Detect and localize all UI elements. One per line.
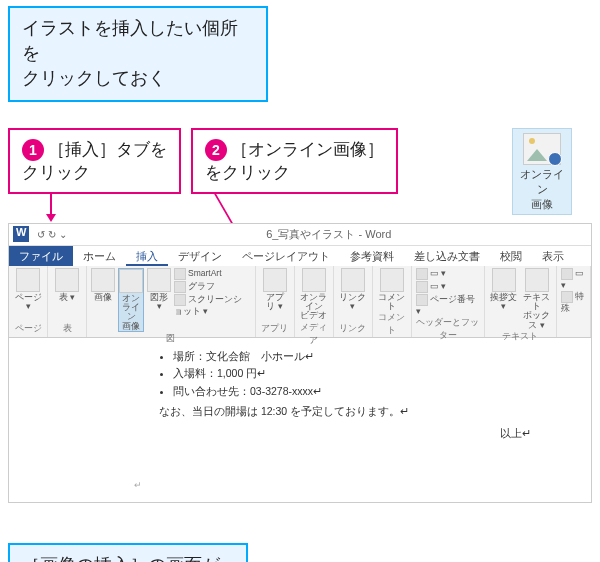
- btn-chart[interactable]: グラフ: [174, 281, 251, 293]
- btn-image[interactable]: 画像: [91, 268, 115, 302]
- tab-design[interactable]: デザイン: [168, 246, 232, 266]
- doc-end: 以上↵: [159, 425, 531, 443]
- ribbon-group-table: 表 ▾ 表: [48, 266, 87, 337]
- btn-page[interactable]: ページ ▾: [13, 268, 43, 312]
- online-image-preview-card: オンライン 画像: [512, 128, 572, 215]
- group-label-link: リンク: [338, 322, 368, 335]
- group-label-app: アプリ: [260, 322, 290, 335]
- title-bar: ↺ ↻ ⌄ 6_写真やイラスト - Word: [9, 224, 591, 246]
- step2-callout: 2［オンライン画像］ をクリック: [191, 128, 398, 195]
- btn-online-image[interactable]: オンライン 画像: [118, 268, 144, 332]
- doc-bullets: 場所：文化会館 小ホール↵ 入場料：1,000 円↵ 問い合わせ先：03-327…: [173, 348, 551, 402]
- group-label-table: 表: [52, 322, 82, 335]
- online-image-icon: [523, 133, 561, 165]
- btn-symbol[interactable]: 特殊: [561, 291, 586, 315]
- ribbon-group-text: 挨拶文 ▾ テキスト ボックス ▾ テキスト: [485, 266, 557, 337]
- sym-stack: ▭ ▾ 特殊: [561, 268, 586, 315]
- group-label-page: ページ: [13, 322, 43, 335]
- word-app-icon: [13, 226, 29, 242]
- word-window: ↺ ↻ ⌄ 6_写真やイラスト - Word ファイル ホーム 挿入 デザイン …: [8, 223, 592, 503]
- btn-online-video[interactable]: オンライン ビデオ: [299, 268, 329, 321]
- ribbon-group-symbols: ▭ ▾ 特殊: [557, 266, 591, 337]
- btn-page-number[interactable]: ページ番号 ▾: [416, 294, 480, 316]
- btn-textbox[interactable]: テキスト ボックス ▾: [522, 268, 552, 330]
- ribbon-group-media: オンライン ビデオ メディア: [295, 266, 334, 337]
- doc-li-fee: 入場料：1,000 円↵: [173, 365, 551, 383]
- ribbon-group-page: ページ ▾ ページ: [9, 266, 48, 337]
- group-label-comment: コメント: [377, 311, 407, 337]
- step1-callout: 1［挿入］タブを クリック: [8, 128, 181, 195]
- btn-header[interactable]: ▭ ▾: [416, 268, 480, 280]
- btn-apps[interactable]: アプ リ ▾: [260, 268, 290, 312]
- ribbon-group-illustrations: 画像 オンライン 画像 図形 ▾ SmartArt グラフ スクリーンショット …: [87, 266, 256, 337]
- illust-stack: SmartArt グラフ スクリーンショット ▾: [174, 268, 251, 319]
- online-image-preview-label: オンライン 画像: [520, 168, 564, 210]
- ribbon-group-apps: アプ リ ▾ アプリ: [256, 266, 295, 337]
- tab-review[interactable]: 校閲: [490, 246, 532, 266]
- btn-equation[interactable]: ▭ ▾: [561, 268, 586, 290]
- doc-li-place: 場所：文化会館 小ホール↵: [173, 348, 551, 366]
- ribbon-group-link: リンク ▾ リンク: [334, 266, 373, 337]
- note-click-location: イラストを挿入したい個所を クリックしておく: [8, 6, 268, 102]
- step2-text: ［オンライン画像］ をクリック: [205, 140, 384, 183]
- ribbon-group-comment: コメント コメント: [373, 266, 412, 337]
- tab-file[interactable]: ファイル: [9, 246, 73, 266]
- btn-link[interactable]: リンク ▾: [338, 268, 368, 312]
- btn-footer[interactable]: ▭ ▾: [416, 281, 480, 293]
- tab-page-layout[interactable]: ページレイアウト: [232, 246, 340, 266]
- ribbon-tabs: ファイル ホーム 挿入 デザイン ページレイアウト 参考資料 差し込み文書 校閲…: [9, 246, 591, 266]
- cursor-position-mark: ↵: [134, 478, 142, 493]
- ribbon: ページ ▾ ページ 表 ▾ 表 画像 オンライン 画像 図形 ▾ SmartAr…: [9, 266, 591, 338]
- document-area[interactable]: 場所：文化会館 小ホール↵ 入場料：1,000 円↵ 問い合わせ先：03-327…: [9, 338, 591, 443]
- tab-references[interactable]: 参考資料: [340, 246, 404, 266]
- btn-table[interactable]: 表 ▾: [52, 268, 82, 302]
- step-callouts-row: 1［挿入］タブを クリック 2［オンライン画像］ をクリック オンライン 画像: [8, 128, 592, 215]
- btn-greeting[interactable]: 挨拶文 ▾: [489, 268, 519, 312]
- hf-stack: ▭ ▾ ▭ ▾ ページ番号 ▾: [416, 268, 480, 316]
- tab-home[interactable]: ホーム: [73, 246, 126, 266]
- step1-badge: 1: [22, 139, 44, 161]
- tab-mailings[interactable]: 差し込み文書: [404, 246, 490, 266]
- quick-access-toolbar[interactable]: ↺ ↻ ⌄: [37, 229, 67, 240]
- doc-note: なお、当日の開場は 12:30 を予定しております。↵: [159, 403, 551, 421]
- window-title: 6_写真やイラスト - Word: [266, 227, 391, 242]
- btn-smartart[interactable]: SmartArt: [174, 268, 251, 280]
- btn-shapes[interactable]: 図形 ▾: [147, 268, 171, 312]
- btn-comment[interactable]: コメント: [377, 268, 407, 312]
- tab-view[interactable]: 表示: [532, 246, 574, 266]
- note-result: ［画像の挿入］の画面が 表示された: [8, 543, 248, 562]
- step2-badge: 2: [205, 139, 227, 161]
- tab-insert[interactable]: 挿入: [126, 246, 168, 266]
- doc-li-contact: 問い合わせ先：03-3278-xxxx↵: [173, 383, 551, 401]
- step1-text: ［挿入］タブを クリック: [22, 140, 167, 183]
- ribbon-group-header-footer: ▭ ▾ ▭ ▾ ページ番号 ▾ ヘッダーとフッター: [412, 266, 485, 337]
- btn-screenshot[interactable]: スクリーンショット ▾: [174, 294, 251, 318]
